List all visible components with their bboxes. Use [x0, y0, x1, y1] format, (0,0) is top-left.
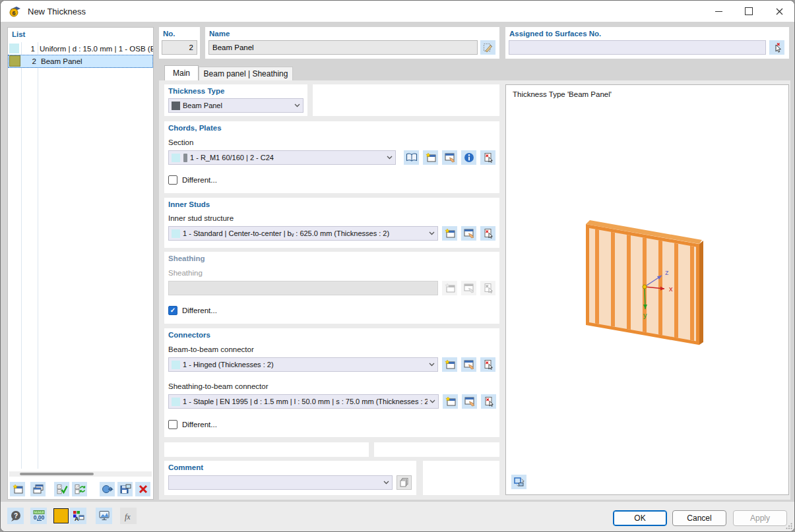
svg-text:6: 6	[12, 10, 15, 16]
name-label: Name	[209, 30, 230, 38]
section-delete-button[interactable]	[480, 150, 495, 165]
inner-stud-delete-button[interactable]	[480, 226, 495, 241]
formula-button[interactable]: fx	[120, 508, 137, 524]
units-settings-button[interactable]: 0,00	[30, 508, 47, 524]
inner-stud-value: 1 - Standard | Center-to-center | bᵥ : 6…	[183, 229, 427, 237]
no-field: 2	[162, 40, 197, 55]
list-item-uniform[interactable]: 1 Uniform | d : 15.0 mm | 1 - OSB (EN	[8, 42, 153, 55]
edit-window-icon	[463, 228, 475, 239]
display-properties-button[interactable]: A	[70, 508, 86, 524]
new-item-button[interactable]	[10, 482, 25, 496]
invert-selection-button[interactable]	[72, 482, 87, 496]
thickness-type-group: Thickness Type Beam Panel	[164, 84, 307, 116]
comment-dropdown[interactable]	[168, 475, 393, 490]
maximize-button[interactable]	[734, 1, 764, 22]
chevron-down-icon	[387, 156, 393, 160]
select-all-button[interactable]	[54, 482, 69, 496]
rendering-button[interactable]	[96, 508, 112, 524]
list-horizontal-scrollbar[interactable]	[9, 471, 152, 477]
assigned-surfaces-input[interactable]	[509, 40, 766, 55]
inner-stud-new-button[interactable]	[442, 226, 457, 241]
save-item-button[interactable]	[117, 482, 133, 496]
sheathing-different-label: Different...	[182, 307, 217, 314]
empty-panel	[313, 84, 499, 116]
thickness-type-dropdown[interactable]: Beam Panel	[168, 98, 303, 113]
inner-stud-swatch	[172, 229, 180, 238]
pick-surfaces-button[interactable]	[769, 40, 784, 55]
comment-copy-button[interactable]	[397, 475, 412, 490]
inner-stud-edit-button[interactable]	[461, 226, 476, 241]
scrollbar-thumb[interactable]	[20, 473, 94, 475]
sheathing-to-beam-dropdown[interactable]: 1 - Staple | EN 1995 | d : 1.5 mm | l : …	[168, 394, 439, 409]
section-library-button[interactable]	[404, 150, 419, 165]
beam-to-beam-value: 1 - Hinged (Thicknesses : 2)	[183, 361, 427, 369]
tab-main[interactable]: Main	[164, 65, 199, 80]
axis-x-label: x	[669, 285, 673, 293]
chevron-down-icon	[383, 481, 389, 485]
thickness-app-icon: 6	[9, 5, 22, 18]
apply-button[interactable]: Apply	[733, 510, 787, 526]
tab-beam-sheathing-label: Beam panel | Sheathing	[204, 69, 288, 78]
beam-connector-swatch	[172, 361, 180, 369]
monitor-icon	[98, 510, 110, 521]
section-label: Section	[168, 138, 193, 146]
staple-connector-delete-button[interactable]	[481, 394, 496, 409]
connectors-group: Connectors Beam-to-beam connector 1 - Hi…	[164, 328, 499, 437]
chords-plates-group: Chords, Plates Section 1 - R_M1 60/160 |…	[164, 121, 499, 193]
section-dropdown[interactable]: 1 - R_M1 60/160 | 2 - C24	[168, 150, 396, 165]
edit-window-icon	[444, 152, 456, 163]
invert-selection-icon	[74, 484, 86, 494]
cancel-label: Cancel	[687, 514, 711, 523]
beam-connector-edit-button[interactable]	[461, 357, 476, 372]
connectors-different-label: Different...	[182, 421, 217, 429]
copy-item-button[interactable]	[30, 482, 46, 496]
ok-button[interactable]: OK	[613, 510, 667, 526]
list-item-number: 2	[20, 57, 40, 65]
section-info-button[interactable]	[461, 150, 476, 165]
reset-view-button[interactable]	[511, 475, 526, 489]
pick-cursor-icon	[772, 42, 782, 53]
color-swatch	[9, 44, 19, 53]
rename-button[interactable]	[480, 40, 495, 55]
name-group: Name Beam Panel	[205, 27, 499, 59]
section-swatch	[172, 154, 180, 162]
sheathing-different-checkbox[interactable]	[168, 306, 177, 315]
connectors-different-checkbox[interactable]	[168, 420, 177, 429]
staple-connector-new-button[interactable]	[443, 394, 458, 409]
type-swatch	[172, 102, 180, 110]
beam-to-beam-dropdown[interactable]: 1 - Hinged (Thicknesses : 2)	[168, 357, 438, 372]
info-icon	[464, 152, 474, 163]
list-item-beam-panel[interactable]: 2 Beam Panel	[8, 55, 153, 68]
empty-panel	[374, 442, 499, 457]
apply-to-button[interactable]	[100, 482, 115, 496]
copy-pages-icon	[399, 477, 410, 488]
section-new-button[interactable]	[423, 150, 438, 165]
color-picker-button[interactable]	[53, 508, 69, 523]
help-button[interactable]: ?	[7, 508, 24, 524]
tab-beam-panel-sheathing[interactable]: Beam panel | Sheathing	[199, 67, 293, 80]
sheathing-delete-button	[480, 281, 495, 295]
cancel-button[interactable]: Cancel	[672, 510, 726, 526]
units-ruler-icon: 0,00	[32, 510, 46, 522]
delete-item-button[interactable]	[135, 482, 150, 496]
new-window-icon	[12, 484, 24, 494]
staple-connector-swatch	[172, 398, 180, 406]
resize-grip[interactable]	[786, 523, 792, 529]
minimize-button[interactable]	[703, 1, 734, 22]
copy-windows-icon	[32, 484, 44, 494]
sheathing-to-beam-value: 1 - Staple | EN 1995 | d : 1.5 mm | l : …	[183, 398, 428, 405]
delete-doc-icon	[483, 283, 493, 293]
list-toolbar	[10, 482, 150, 496]
section-edit-button[interactable]	[442, 150, 457, 165]
beam-connector-delete-button[interactable]	[480, 357, 495, 372]
inner-stud-dropdown[interactable]: 1 - Standard | Center-to-center | bᵥ : 6…	[168, 226, 438, 241]
chords-different-checkbox[interactable]	[168, 175, 177, 185]
beam-connector-new-button[interactable]	[442, 357, 457, 372]
close-button[interactable]	[764, 1, 794, 22]
section-value: 1 - R_M1 60/160 | 2 - C24	[190, 154, 385, 162]
number-group: No. 2	[159, 27, 200, 59]
name-input[interactable]: Beam Panel	[208, 40, 478, 55]
staple-connector-edit-button[interactable]	[462, 394, 477, 409]
name-value: Beam Panel	[212, 44, 254, 51]
delete-doc-icon	[483, 359, 493, 370]
